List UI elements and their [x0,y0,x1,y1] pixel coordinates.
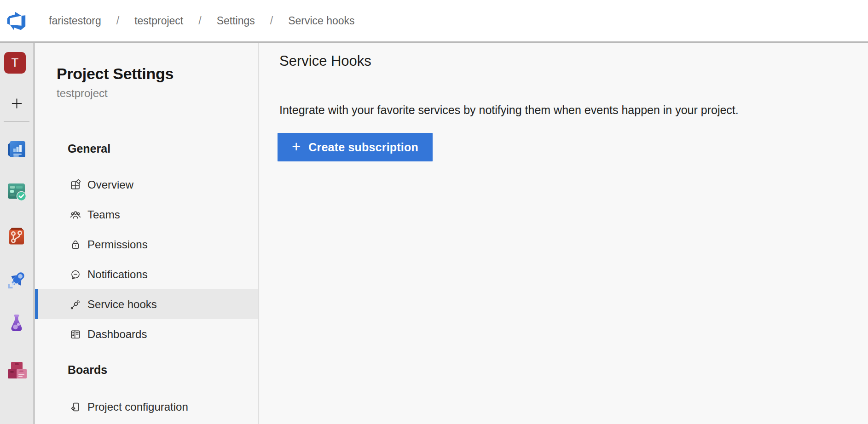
sidebar-item-label: Teams [87,208,120,221]
sidebar-item-label: Service hooks [87,298,157,311]
breadcrumb-settings[interactable]: Settings [217,15,255,27]
rail-item-boards[interactable] [0,180,33,202]
repos-icon [6,226,28,248]
sidebar-item-label: Overview [87,178,133,191]
rail-item-overview[interactable] [0,138,33,160]
overview-icon [6,138,28,160]
create-subscription-button[interactable]: + Create subscription [278,133,433,161]
sidebar-item-project-configuration[interactable]: Project configuration [35,392,258,422]
sidebar-title: Project Settings [57,65,174,83]
page-description: Integrate with your favorite services by… [279,103,739,117]
sidebar-item-notifications[interactable]: Notifications [35,259,258,289]
breadcrumb: faristestorg / testproject / Settings / … [49,15,355,27]
sidebar-item-overview[interactable]: Overview [35,170,258,200]
azure-devops-logo-icon[interactable] [6,11,27,31]
sidebar-item-dashboards[interactable]: Dashboards [35,319,258,349]
create-subscription-label: Create subscription [308,141,418,154]
breadcrumb-separator: / [198,15,201,27]
comment-icon [69,269,81,281]
sidebar-item-label: Notifications [87,268,148,281]
overview-grid-icon [69,179,81,191]
section-header-general: General [68,142,110,155]
rail-divider [4,121,29,122]
section-header-boards: Boards [68,363,107,377]
selected-indicator [35,289,38,319]
sidebar-item-label: Dashboards [87,328,147,341]
rail-item-artifacts[interactable] [0,359,33,381]
sidebar-item-teams[interactable]: Teams [35,200,258,229]
breadcrumb-project[interactable]: testproject [134,15,183,27]
page-title: Service Hooks [279,53,371,69]
project-avatar[interactable]: T [4,52,26,74]
document-gear-icon [69,401,81,413]
breadcrumb-org[interactable]: faristestorg [49,15,101,27]
rail-item-repos[interactable] [0,226,33,248]
top-bar: faristestorg / testproject / Settings / … [0,0,868,43]
left-rail: T [0,43,35,424]
add-button[interactable] [0,97,33,109]
breadcrumb-service-hooks[interactable]: Service hooks [288,15,354,27]
rail-item-pipelines[interactable] [0,269,33,291]
test-plans-icon [6,313,28,335]
pipelines-icon [6,269,28,291]
sidebar-item-label: Permissions [87,238,148,251]
main-content: Service Hooks Integrate with your favori… [260,43,868,424]
sidebar-item-label: Project configuration [87,401,188,413]
teams-icon [69,209,81,221]
sidebar-subtitle: testproject [57,87,108,100]
rail-item-test-plans[interactable] [0,313,33,335]
breadcrumb-separator: / [116,15,119,27]
sidebar-item-permissions[interactable]: Permissions [35,229,258,259]
plus-icon: + [292,138,301,155]
settings-sidebar: Project Settings testproject General Ove… [35,43,259,424]
plus-icon [11,97,23,109]
boards-icon [6,180,28,202]
breadcrumb-separator: / [270,15,273,27]
lock-icon [69,239,81,251]
artifacts-icon [6,359,28,381]
plug-icon [69,298,81,310]
dashboard-icon [69,328,81,340]
sidebar-item-service-hooks[interactable]: Service hooks [35,289,258,319]
